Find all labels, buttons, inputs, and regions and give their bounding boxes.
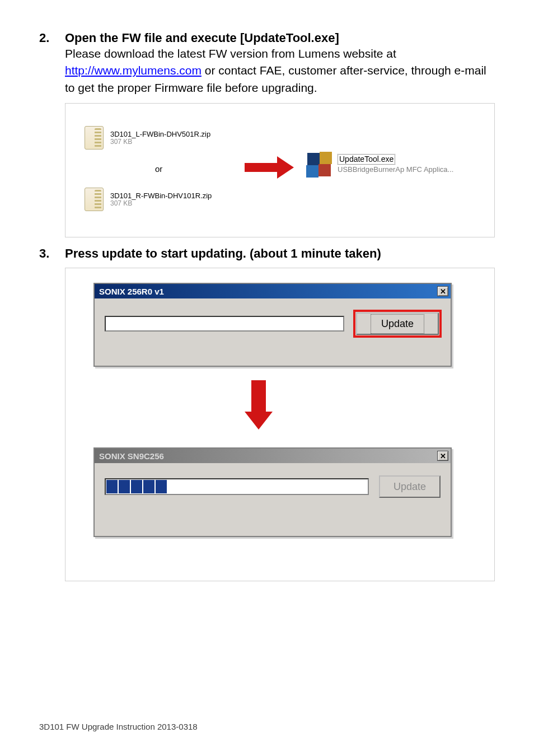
zip-icon [85,188,104,211]
titlebar-progress: SONIX SN9C256 ✕ [95,449,451,463]
step-2-number: 2. [39,31,65,45]
close-button[interactable]: ✕ [437,286,448,296]
arrow-right-icon [245,156,295,179]
or-label: or [155,164,162,174]
figure-fw-files: 3D101_L-FWBin-DHV501R.zip 307 KB or 3D10… [65,103,495,237]
zip-1-name: 3D101_L-FWBin-DHV501R.zip [110,130,210,138]
update-button-disabled-label: Update [394,481,426,493]
update-button-highlight: Update [354,311,441,337]
figure-update-windows: SONIX 256R0 v1 ✕ Update SONIX SN9C256 ✕ [65,268,495,581]
path-input[interactable] [105,316,344,332]
update-tool-exe: UpdateTool.exe [338,154,395,165]
footer-text: 3D101 FW Upgrade Instruction 2013-0318 [39,722,198,731]
step-3-title: Press update to start updating. (about 1… [65,246,381,261]
progress-bar [105,478,369,495]
step-2: 2. Open the FW file and execute [UpdateT… [39,31,495,96]
update-tool-label: UpdateTool.exe USBBridgeBurnerAp MFC App… [338,154,453,174]
arrow-down-icon [245,380,273,431]
zip-2-name: 3D101_R-FWBin-DHV101R.zip [110,192,212,200]
zip-icon [85,126,104,150]
zip-1-size: 307 KB [110,138,210,146]
step-2-text-pre: Please download the latest FW version fr… [65,47,396,60]
zip-file-2: 3D101_R-FWBin-DHV101R.zip 307 KB [85,188,212,211]
zip-2-size: 307 KB [110,200,212,207]
step-3-number: 3. [39,246,65,261]
titlebar-ready: SONIX 256R0 v1 ✕ [95,284,451,298]
update-button[interactable]: Update [356,312,439,335]
mfc-app-icon [306,152,332,178]
close-button[interactable]: ✕ [437,451,448,461]
update-window-ready: SONIX 256R0 v1 ✕ Update [93,283,452,367]
title-progress-text: SONIX SN9C256 [99,451,164,461]
step-2-body: Please download the latest FW version fr… [65,45,495,96]
lumens-link[interactable]: http://www.mylumens.com [65,64,202,77]
update-window-progress: SONIX SN9C256 ✕ Update [93,447,452,537]
update-tool-subtitle: USBBridgeBurnerAp MFC Applica... [338,165,453,174]
step-2-title: Open the FW file and execute [UpdateTool… [65,31,339,45]
step-3: 3. Press update to start updating. (abou… [39,246,495,261]
title-ready-text: SONIX 256R0 v1 [99,287,164,296]
update-button-disabled: Update [379,475,441,498]
zip-file-1: 3D101_L-FWBin-DHV501R.zip 307 KB [85,126,210,150]
update-button-label: Update [371,314,424,334]
